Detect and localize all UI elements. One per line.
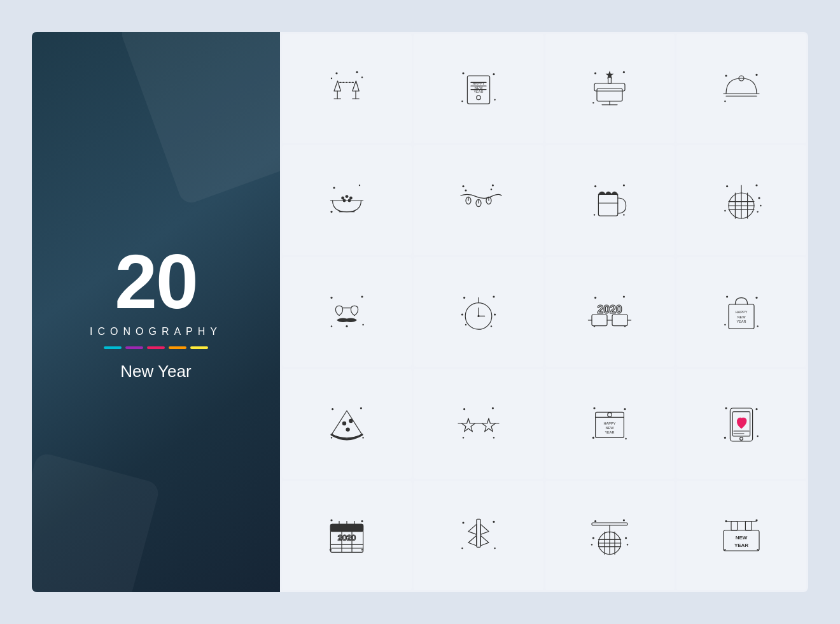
svg-point-183: [627, 544, 628, 545]
svg-point-169: [594, 520, 596, 522]
svg-rect-97: [612, 315, 627, 326]
number-display: 20: [115, 243, 197, 320]
icon-cell-lights: [414, 145, 543, 255]
svg-point-41: [349, 196, 353, 199]
svg-point-1: [356, 71, 358, 73]
svg-marker-166: [480, 535, 489, 546]
svg-text:NEW: NEW: [736, 535, 748, 541]
lights-icon: [453, 175, 504, 226]
disco-ball-ceiling-icon: [584, 510, 635, 561]
svg-point-83: [493, 295, 494, 297]
svg-point-47: [491, 184, 493, 186]
icon-cell-ornament: [676, 145, 806, 255]
svg-point-143: [740, 437, 743, 441]
svg-point-103: [726, 295, 728, 297]
icon-grid: HAPPY NEW YEAR: [280, 32, 808, 592]
svg-rect-162: [476, 519, 480, 547]
icon-cell-face: [282, 257, 412, 367]
svg-point-75: [760, 204, 761, 206]
svg-point-65: [757, 211, 759, 212]
svg-point-3: [361, 76, 363, 78]
svg-point-112: [360, 408, 362, 409]
icon-cell-beer: [545, 145, 675, 255]
svg-point-109: [724, 324, 725, 325]
icon-cell-sign: NEW YEAR: [676, 481, 806, 590]
svg-point-63: [756, 184, 758, 186]
icon-cell-cake: [545, 34, 675, 143]
svg-point-82: [463, 297, 465, 299]
color-bar-pink: [147, 346, 165, 349]
svg-marker-163: [468, 524, 477, 534]
icon-cell-pizza: [282, 369, 412, 478]
main-container: 20 ICONOGRAPHY New Year: [32, 32, 808, 592]
svg-text:HAPPY: HAPPY: [472, 82, 484, 86]
svg-point-81: [346, 325, 347, 327]
svg-point-119: [491, 408, 493, 409]
svg-text:YEAR: YEAR: [473, 90, 483, 94]
svg-point-160: [462, 521, 464, 523]
svg-point-56: [594, 185, 596, 187]
svg-point-168: [494, 548, 495, 549]
svg-point-74: [759, 197, 760, 199]
svg-point-114: [342, 422, 346, 425]
svg-rect-26: [597, 89, 622, 101]
category-title: New Year: [120, 362, 191, 381]
2020-glasses-icon: 2020: [584, 287, 635, 337]
svg-point-139: [724, 437, 726, 439]
svg-point-130: [626, 438, 627, 439]
svg-point-137: [725, 408, 727, 409]
svg-marker-164: [480, 524, 489, 534]
svg-point-170: [623, 519, 625, 521]
svg-point-46: [462, 185, 464, 187]
svg-point-104: [756, 297, 758, 299]
svg-point-54: [465, 189, 466, 191]
svg-text:NEW: NEW: [606, 426, 615, 430]
svg-point-87: [490, 325, 491, 327]
clock-icon: [453, 287, 504, 337]
svg-point-85: [494, 313, 496, 315]
svg-point-146: [330, 519, 332, 521]
svg-point-64: [724, 209, 725, 211]
svg-point-12: [494, 99, 495, 101]
svg-point-20: [476, 96, 480, 99]
svg-point-110: [757, 325, 759, 327]
svg-point-93: [594, 297, 596, 299]
svg-point-86: [465, 324, 466, 325]
svg-point-161: [493, 521, 494, 523]
pizza-icon: [321, 398, 372, 449]
svg-point-136: [608, 413, 612, 417]
icon-cell-bowl: [282, 145, 412, 255]
cloche-icon: [716, 63, 767, 114]
svg-point-78: [331, 325, 332, 327]
icon-cell-calendar: 2020: [282, 481, 412, 590]
svg-rect-96: [592, 315, 607, 326]
svg-point-127: [594, 408, 596, 409]
svg-text:HAPPY: HAPPY: [604, 422, 616, 425]
icon-cell-clock: [414, 257, 543, 367]
svg-point-61: [624, 214, 625, 215]
svg-point-84: [461, 313, 463, 315]
hny-card-icon: HAPPY NEW YEAR: [453, 63, 504, 114]
svg-point-117: [362, 437, 363, 439]
svg-rect-25: [608, 78, 612, 84]
svg-marker-121: [482, 418, 495, 432]
icon-cell-champagne-glasses: [282, 34, 412, 143]
svg-point-79: [362, 324, 363, 325]
color-bar-purple: [125, 346, 143, 349]
svg-rect-186: [731, 521, 738, 530]
phone-icon: [716, 398, 767, 449]
color-bar-orange: [169, 346, 186, 349]
left-panel: 20 ICONOGRAPHY New Year: [32, 32, 280, 592]
icon-cell-hny-card: HAPPY NEW YEAR: [414, 34, 543, 143]
svg-point-113: [331, 437, 332, 439]
svg-point-62: [726, 185, 728, 187]
bowl-icon: [321, 175, 372, 226]
svg-point-10: [493, 73, 494, 75]
icon-cell-ny-card: HAPPY NEW YEAR: [545, 369, 675, 478]
svg-text:YEAR: YEAR: [605, 430, 615, 434]
svg-point-180: [592, 537, 594, 539]
svg-point-40: [345, 195, 348, 198]
svg-point-192: [724, 549, 725, 550]
svg-point-118: [463, 408, 465, 410]
svg-point-2: [331, 78, 332, 79]
